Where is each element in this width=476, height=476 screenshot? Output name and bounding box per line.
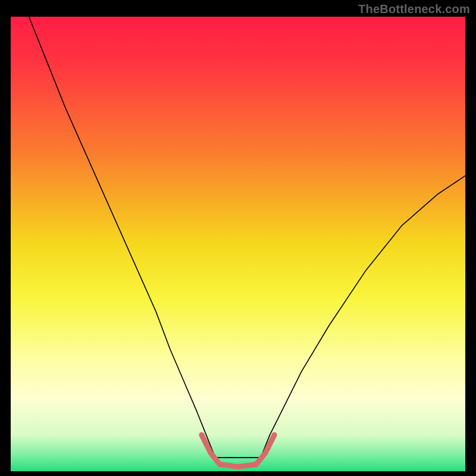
chart-background [11, 17, 465, 471]
chart-stage: TheBottleneck.com [0, 0, 476, 476]
bottleneck-chart [11, 17, 465, 471]
watermark-text: TheBottleneck.com [358, 2, 470, 16]
